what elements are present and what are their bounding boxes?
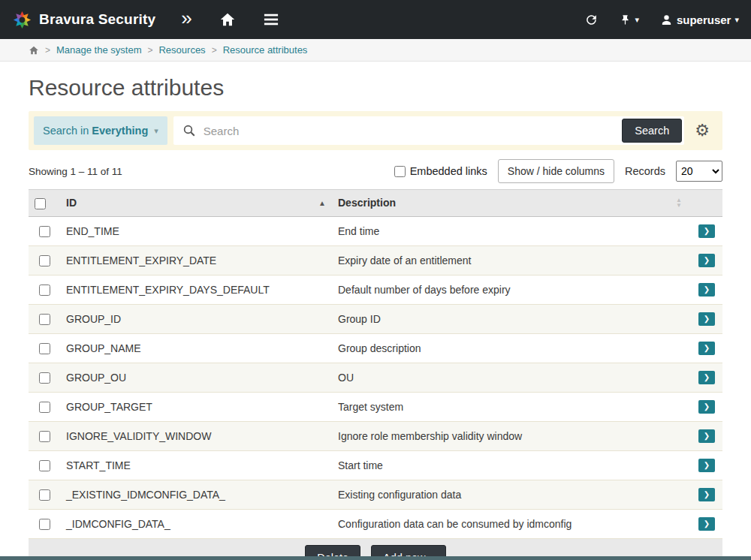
sort-ascending-icon: ▲ xyxy=(318,199,326,207)
embedded-links-label: Embedded links xyxy=(410,165,487,177)
pin-icon xyxy=(620,14,631,26)
row-checkbox[interactable] xyxy=(39,402,50,413)
row-id-cell: GROUP_TARGET xyxy=(60,392,332,421)
row-checkbox[interactable] xyxy=(39,285,50,296)
breadcrumb-separator: > xyxy=(147,45,152,56)
table-row: GROUP_TARGET Target system ❯ xyxy=(29,392,722,421)
table-row: ENTITLEMENT_EXPIRY_DAYS_DEFAULT Default … xyxy=(29,275,722,304)
row-checkbox[interactable] xyxy=(39,372,50,384)
row-description-cell: Group description xyxy=(332,333,688,363)
row-description-cell: Ignore role membership validity window xyxy=(332,421,688,450)
user-menu[interactable]: superuser ▾ xyxy=(660,14,739,26)
user-icon xyxy=(660,14,673,26)
row-id-cell: GROUP_ID xyxy=(60,304,332,333)
refresh-icon[interactable] xyxy=(584,13,599,27)
row-description-cell: Group ID xyxy=(332,304,688,333)
row-select-cell xyxy=(29,392,60,421)
row-checkbox[interactable] xyxy=(39,431,50,442)
row-open-button[interactable]: ❯ xyxy=(698,459,715,472)
breadcrumb-home-icon[interactable] xyxy=(29,45,39,56)
row-action-cell: ❯ xyxy=(688,480,722,509)
chevron-right-icon: ❯ xyxy=(704,520,710,528)
row-description-cell: End time xyxy=(332,216,688,245)
row-select-cell xyxy=(29,450,60,480)
row-action-cell: ❯ xyxy=(688,363,722,392)
row-checkbox[interactable] xyxy=(39,343,50,354)
sort-both-icon: ▲ ▼ xyxy=(676,197,682,208)
chevron-right-icon: ❯ xyxy=(704,315,710,323)
row-select-cell xyxy=(29,421,60,450)
row-action-cell: ❯ xyxy=(688,216,722,245)
search-button[interactable]: Search xyxy=(622,119,682,143)
row-open-button[interactable]: ❯ xyxy=(698,371,715,384)
chevron-right-icon: ❯ xyxy=(704,403,710,411)
table-row: ENTITLEMENT_EXPIRY_DATE Expiry date of a… xyxy=(29,245,722,275)
home-icon[interactable] xyxy=(219,11,236,28)
show-hide-columns-button[interactable]: Show / hide columns xyxy=(498,159,614,183)
row-id-cell: END_TIME xyxy=(60,216,332,245)
row-checkbox[interactable] xyxy=(39,460,50,471)
page-bottom-border xyxy=(0,556,751,560)
chevron-right-icon: ❯ xyxy=(704,345,710,352)
row-id-cell: ENTITLEMENT_EXPIRY_DATE xyxy=(60,245,332,275)
row-id-cell: GROUP_NAME xyxy=(60,333,332,363)
row-open-button[interactable]: ❯ xyxy=(698,400,715,414)
chevron-right-icon: ❯ xyxy=(704,462,710,469)
column-header-id[interactable]: ID ▲ xyxy=(60,190,332,217)
row-id-cell: IGNORE_VALIDITY_WINDOW xyxy=(60,421,332,450)
embedded-links-checkbox[interactable] xyxy=(394,166,406,177)
row-open-button[interactable]: ❯ xyxy=(698,429,715,443)
row-open-button[interactable]: ❯ xyxy=(698,517,715,531)
row-open-button[interactable]: ❯ xyxy=(698,254,715,267)
breadcrumb-separator: > xyxy=(212,45,217,56)
search-scope-dropdown[interactable]: Search in Everything ▾ xyxy=(34,116,167,145)
breadcrumb-link-manage-the-system[interactable]: Manage the system xyxy=(56,44,141,56)
table-row: START_TIME Start time ❯ xyxy=(29,450,722,480)
row-id-cell: START_TIME xyxy=(60,450,332,480)
records-select[interactable]: 20 xyxy=(676,161,722,182)
row-description-cell: Start time xyxy=(332,450,688,480)
embedded-links-group: Embedded links xyxy=(394,165,487,177)
row-description-cell: Configuration data can be consumed by id… xyxy=(332,509,688,538)
row-checkbox[interactable] xyxy=(39,519,50,530)
breadcrumb-link-resource-attributes[interactable]: Resource attributes xyxy=(223,44,308,56)
pin-menu[interactable]: ▾ xyxy=(620,14,639,26)
row-select-cell xyxy=(29,304,60,333)
row-action-cell: ❯ xyxy=(688,304,722,333)
row-open-button[interactable]: ❯ xyxy=(698,283,715,297)
search-scope-value: Everything xyxy=(92,125,148,137)
select-all-checkbox[interactable] xyxy=(35,198,46,209)
column-header-description[interactable]: Description ▲ ▼ xyxy=(332,190,688,217)
row-checkbox[interactable] xyxy=(39,314,50,325)
row-checkbox[interactable] xyxy=(39,226,50,237)
row-open-button[interactable]: ❯ xyxy=(698,342,715,355)
breadcrumb-separator: > xyxy=(45,45,50,56)
row-select-cell xyxy=(29,509,60,538)
search-input[interactable] xyxy=(204,125,623,137)
row-checkbox[interactable] xyxy=(39,255,50,266)
brand[interactable]: Bravura Security xyxy=(12,10,155,30)
row-checkbox[interactable] xyxy=(39,489,50,501)
search-panel: Search in Everything ▾ Search ⚙ xyxy=(29,111,722,150)
row-description-cell: Expiry date of an entitlement xyxy=(332,245,688,275)
row-id-cell: _IDMCONFIG_DATA_ xyxy=(60,509,332,538)
table-row: END_TIME End time ❯ xyxy=(29,216,722,245)
collapse-menu-icon[interactable]: » xyxy=(181,8,192,31)
row-action-cell: ❯ xyxy=(688,509,722,538)
gear-icon[interactable]: ⚙ xyxy=(695,122,710,139)
row-open-button[interactable]: ❯ xyxy=(698,312,715,326)
breadcrumb-link-resources[interactable]: Resources xyxy=(158,44,205,56)
resource-attributes-table: ID ▲ Description ▲ ▼ END_TIME End time xyxy=(29,189,722,539)
row-open-button[interactable]: ❯ xyxy=(698,488,715,501)
chevron-right-icon: ❯ xyxy=(704,432,710,440)
column-header-actions xyxy=(688,190,722,217)
row-action-cell: ❯ xyxy=(688,392,722,421)
brand-name: Bravura Security xyxy=(39,11,155,28)
hamburger-menu-icon[interactable] xyxy=(263,12,279,27)
search-icon xyxy=(173,124,204,137)
table-row: IGNORE_VALIDITY_WINDOW Ignore role membe… xyxy=(29,421,722,450)
row-open-button[interactable]: ❯ xyxy=(698,224,715,238)
row-id-cell: _EXISTING_IDMCONFIG_DATA_ xyxy=(60,480,332,509)
chevron-right-icon: ❯ xyxy=(704,491,710,498)
row-action-cell: ❯ xyxy=(688,275,722,304)
